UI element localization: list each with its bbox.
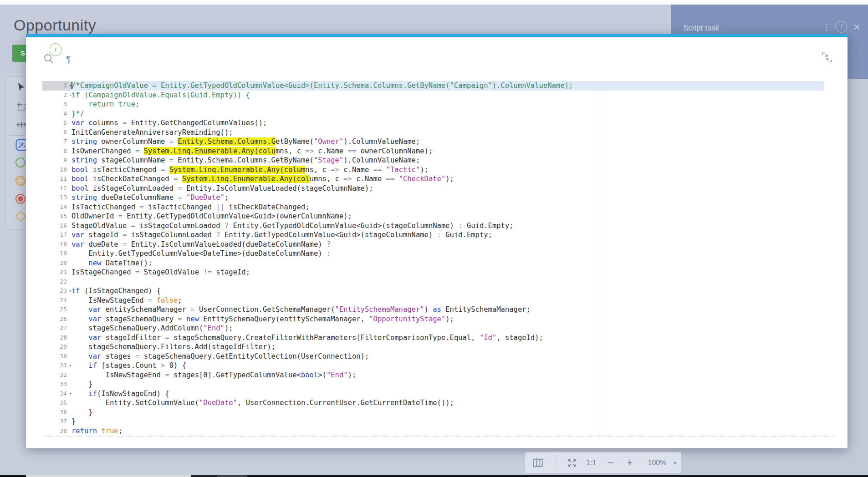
code-line[interactable]: 22 bbox=[42, 277, 824, 287]
code-line[interactable]: 28 var stageIdFilter = stageSchemaQuery.… bbox=[42, 333, 824, 343]
code-line[interactable]: 31▾ if (stages.Count > 0) { bbox=[42, 361, 824, 370]
zoom-caret-icon[interactable]: ▾ bbox=[671, 460, 679, 466]
code-text: } bbox=[71, 380, 93, 388]
code-line-body: var entitySchemaManager = UserConnection… bbox=[71, 305, 824, 315]
page-title: Opportunity bbox=[14, 16, 96, 34]
code-line[interactable]: 14IsTacticChanged = isTacticChanged || i… bbox=[42, 203, 824, 212]
code-line-body: OldOwnerId = Entity.GetTypedOldColumnVal… bbox=[71, 212, 824, 221]
zoom-out-button[interactable]: − bbox=[601, 457, 620, 469]
code-line-body: if (stages.Count > 0) { bbox=[71, 361, 824, 370]
code-line[interactable]: 10bool isTacticChanged = System.Linq.Enu… bbox=[42, 165, 824, 175]
code-line[interactable]: 25 var entitySchemaManager = UserConnect… bbox=[42, 305, 824, 315]
code-line[interactable]: 3 return true; bbox=[42, 100, 824, 109]
line-number: 21 bbox=[42, 268, 71, 277]
code-line[interactable]: 9string stageColumnName = Entity.Schema.… bbox=[42, 156, 824, 165]
code-line[interactable]: 13string dueDateColumnName = "DueDate"; bbox=[42, 193, 824, 203]
code-line[interactable]: 21IsStageChanged = StageOldValue != stag… bbox=[42, 268, 824, 277]
zoom-in-button[interactable]: + bbox=[620, 457, 639, 469]
code-line[interactable]: 29 stageSchemaQuery.Filters.Add(stageIdF… bbox=[42, 342, 824, 352]
fold-arrow-icon[interactable]: ▾ bbox=[69, 91, 71, 100]
line-number: 17 bbox=[42, 230, 71, 240]
code-line[interactable]: 6InitCanGenerateAnniversaryReminding(); bbox=[42, 128, 824, 137]
code-line[interactable]: 19 Entity.GetTypedColumnValue<DateTime>(… bbox=[42, 249, 824, 259]
bottom-edge-segment bbox=[26, 475, 191, 477]
code-line[interactable]: 7string ownerColumnName = Entity.Schema.… bbox=[42, 137, 824, 147]
code-text: return true; bbox=[71, 100, 139, 108]
line-number: 2▾ bbox=[42, 91, 71, 100]
code-line[interactable]: 26 var stageSchemaQuery = new EntitySche… bbox=[42, 315, 824, 324]
code-line[interactable]: 37} bbox=[42, 417, 824, 426]
code-line[interactable]: 30 var stages = stageSchemaQuery.GetEnti… bbox=[42, 352, 824, 361]
code-line[interactable]: 15OldOwnerId = Entity.GetTypedOldColumnV… bbox=[42, 212, 824, 221]
code-line[interactable]: 32 IsNewStageEnd = stages[0].GetTypedCol… bbox=[42, 370, 824, 380]
editor-divider bbox=[599, 91, 599, 436]
code-text: }*/ bbox=[71, 110, 84, 118]
code-line[interactable]: 33 } bbox=[42, 380, 824, 389]
code-line[interactable]: 1▾/*CampaignOldValue = Entity.GetTypedOl… bbox=[42, 81, 824, 91]
code-text: if (stages.Count > 0) { bbox=[71, 361, 186, 370]
collapse-icon[interactable] bbox=[822, 52, 832, 62]
code-text: IsTacticChanged = isTacticChanged || isC… bbox=[71, 203, 310, 211]
code-line[interactable]: 24 IsNewStageEnd = false; bbox=[42, 296, 824, 305]
code-line[interactable]: 2▾if (CampaignOldValue.Equals(Guid.Empty… bbox=[42, 91, 824, 100]
code-line[interactable]: 23▾if (IsStageChanged) { bbox=[42, 286, 824, 296]
code-line[interactable]: 38return true; bbox=[42, 426, 824, 436]
code-line-body: } bbox=[71, 417, 824, 426]
code-line[interactable]: 8IsOwnerChanged = System.Linq.Enumerable… bbox=[42, 147, 824, 156]
line-number: 3 bbox=[42, 100, 71, 109]
code-text: IsStageChanged = StageOldValue != stageI… bbox=[71, 268, 250, 276]
code-line-body: bool isCheckDateChanged = System.Linq.En… bbox=[71, 174, 824, 184]
fold-arrow-icon[interactable]: ▾ bbox=[69, 361, 71, 370]
code-line[interactable]: 27 stageSchemaQuery.AddColumn("End"); bbox=[42, 324, 824, 333]
code-line[interactable]: 20 new DateTime(); bbox=[42, 259, 824, 268]
code-line-body: } bbox=[71, 380, 824, 389]
code-line-body: IsOwnerChanged = System.Linq.Enumerable.… bbox=[71, 147, 824, 156]
actual-size-button[interactable]: 1:1 bbox=[581, 459, 601, 467]
kebab-menu-icon[interactable]: ⋮ bbox=[822, 22, 831, 32]
code-line[interactable]: 5var columns = Entity.GetChangedColumnVa… bbox=[42, 118, 824, 128]
code-line[interactable]: 4}*/ bbox=[42, 109, 824, 119]
code-text: var stageSchemaQuery = new EntitySchemaQ… bbox=[71, 315, 454, 323]
close-icon[interactable]: × bbox=[853, 20, 860, 34]
fold-arrow-icon[interactable]: ▾ bbox=[69, 389, 71, 399]
line-number: 22 bbox=[42, 277, 71, 287]
fold-arrow-icon[interactable]: ▾ bbox=[69, 286, 71, 296]
editor-info-icon[interactable]: i bbox=[50, 43, 61, 56]
code-text: bool isStageColumnLoaded = Entity.IsColu… bbox=[71, 184, 373, 193]
fit-screen-icon[interactable] bbox=[563, 458, 581, 467]
info-icon[interactable]: i bbox=[835, 21, 847, 33]
code-line-body: string dueDateColumnName = "DueDate"; bbox=[71, 193, 824, 203]
code-line[interactable]: 16StageOldValue = isStageColumnLoaded ? … bbox=[42, 221, 824, 231]
code-line-body: IsTacticChanged = isTacticChanged || isC… bbox=[71, 203, 824, 212]
line-number: 29 bbox=[42, 342, 71, 352]
code-line[interactable]: 36 } bbox=[42, 408, 824, 417]
code-text: stageSchemaQuery.Filters.Add(stageIdFilt… bbox=[71, 343, 276, 351]
code-line-body: return true; bbox=[71, 100, 824, 109]
code-editor[interactable]: 1▾/*CampaignOldValue = Entity.GetTypedOl… bbox=[42, 81, 824, 436]
zoom-level-value[interactable]: 100% bbox=[643, 459, 671, 467]
code-line-body: Entity.GetTypedColumnValue<DateTime>(due… bbox=[71, 249, 824, 259]
pilcrow-icon[interactable]: ¶ bbox=[66, 54, 71, 65]
code-line[interactable]: 18var dueDate = Entity.IsColumnValueLoad… bbox=[42, 240, 824, 249]
line-number: 4 bbox=[42, 109, 71, 119]
screen: Opportunity SAVE Script task ⋮ i × bbox=[0, 0, 868, 477]
line-number: 35 bbox=[42, 398, 71, 408]
minimap-icon[interactable] bbox=[525, 458, 551, 468]
line-number: 20 bbox=[42, 259, 71, 268]
code-line[interactable]: 35 Entity.SetColumnValue("DueDate", User… bbox=[42, 398, 824, 408]
code-text: } bbox=[71, 408, 93, 416]
code-line-body: /*CampaignOldValue = Entity.GetTypedOldC… bbox=[71, 81, 824, 91]
code-line[interactable]: 17var stageId = isStageColumnLoaded ? En… bbox=[42, 230, 824, 240]
code-text: string stageColumnName = Entity.Schema.C… bbox=[71, 156, 420, 164]
code-line[interactable]: 34▾ if(IsNewStageEnd) { bbox=[42, 389, 824, 399]
code-line-body: } bbox=[71, 408, 824, 417]
line-number: 6 bbox=[42, 128, 71, 137]
code-text: StageOldValue = isStageColumnLoaded ? En… bbox=[71, 222, 514, 230]
fold-arrow-icon[interactable]: ▾ bbox=[69, 81, 71, 91]
code-line[interactable]: 12bool isStageColumnLoaded = Entity.IsCo… bbox=[42, 184, 824, 193]
code-line[interactable]: 11bool isCheckDateChanged = System.Linq.… bbox=[42, 174, 824, 184]
code-line-body: var stageIdFilter = stageSchemaQuery.Cre… bbox=[71, 333, 824, 343]
code-line-body: var dueDate = Entity.IsColumnValueLoaded… bbox=[71, 240, 824, 249]
code-text: OldOwnerId = Entity.GetTypedOldColumnVal… bbox=[71, 212, 352, 220]
code-line-body: stageSchemaQuery.AddColumn("End"); bbox=[71, 324, 824, 333]
